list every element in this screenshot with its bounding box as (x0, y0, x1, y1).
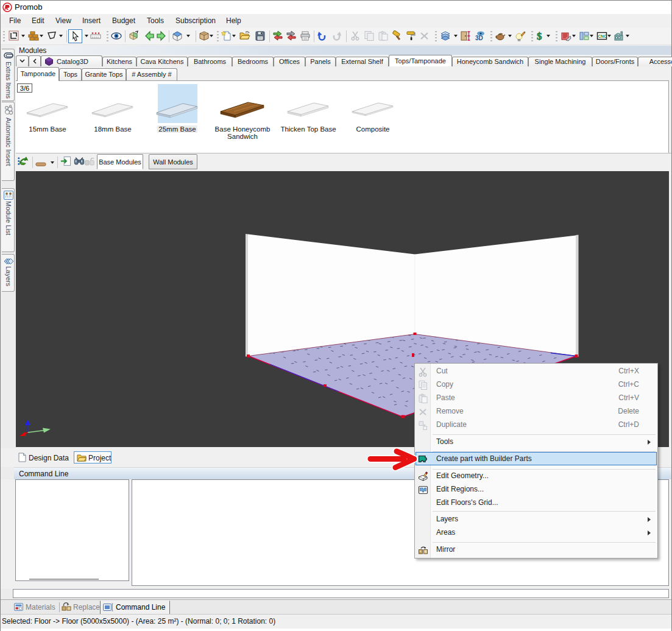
svg-text:3D: 3D (475, 35, 483, 41)
svg-text:$: $ (537, 30, 542, 41)
svg-text:CNC: CNC (598, 34, 607, 38)
